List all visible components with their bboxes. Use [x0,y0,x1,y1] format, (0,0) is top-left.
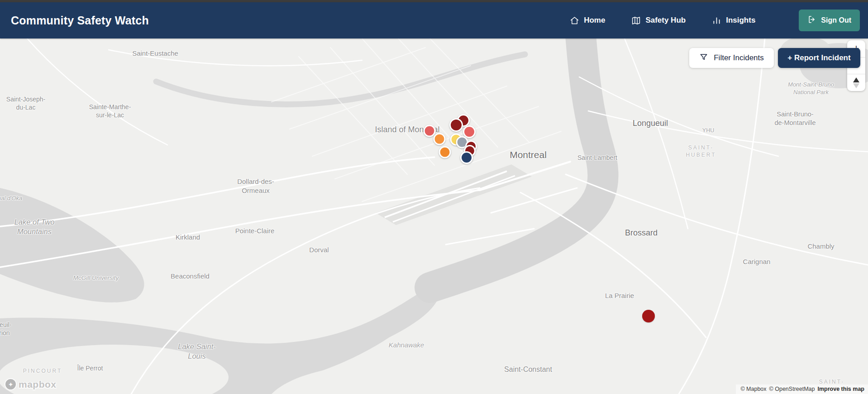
incident-marker[interactable] [463,125,476,138]
river-north [156,54,525,104]
mapbox-logo[interactable]: ✦ mapbox [5,378,57,390]
mapbox-attribution-link[interactable]: © Mapbox [740,386,766,392]
map-icon [631,16,641,25]
water-shapes [0,38,868,394]
compass-needle-south-icon [853,83,859,88]
home-icon [570,16,579,25]
report-incident-button[interactable]: + Report Incident [778,48,860,68]
compass-button[interactable] [847,74,865,91]
mapbox-logo-text: mapbox [19,379,57,390]
page-title: Community Safety Watch [11,14,149,27]
nav-item-label: Safety Hub [645,16,686,25]
filter-incidents-label: Filter Incidents [714,53,764,62]
filter-incidents-button[interactable]: Filter Incidents [689,48,774,68]
incident-marker[interactable] [424,125,436,137]
nav-item-safety-hub[interactable]: Safety Hub [631,16,686,25]
mapbox-logo-icon: ✦ [5,378,17,390]
bar-chart-icon [712,16,721,25]
nav-item-label: Home [584,16,605,25]
river-st-lawrence [430,38,603,288]
nav-item-insights[interactable]: Insights [712,16,755,25]
sign-out-icon [807,15,816,26]
sign-out-label: Sign Out [821,16,851,24]
airport-area [376,164,532,225]
incident-marker[interactable] [449,118,463,132]
sign-out-button[interactable]: Sign Out [799,10,860,31]
incident-marker[interactable] [460,151,473,164]
incident-marker[interactable] [642,310,655,322]
funnel-icon [699,53,708,64]
report-incident-label: + Report Incident [787,53,850,62]
nav-item-home[interactable]: Home [570,16,605,25]
osm-attribution-link[interactable]: © OpenStreetMap [769,386,815,392]
nav-item-label: Insights [726,16,755,25]
map-attribution: © Mapbox © OpenStreetMap Improve this ma… [736,384,868,394]
improve-map-link[interactable]: Improve this map [818,386,865,392]
incident-marker[interactable] [439,146,451,159]
compass-needle-north-icon [853,77,859,82]
incident-marker[interactable] [434,133,446,145]
map-canvas[interactable]: Saint-EustacheSaint-Joseph- du-LacSainte… [0,38,868,394]
basemap-art [0,38,868,394]
main-nav: Home Safety Hub Insights Sign Out [570,10,860,31]
app-header: Community Safety Watch Home Safety Hub I… [0,2,868,38]
